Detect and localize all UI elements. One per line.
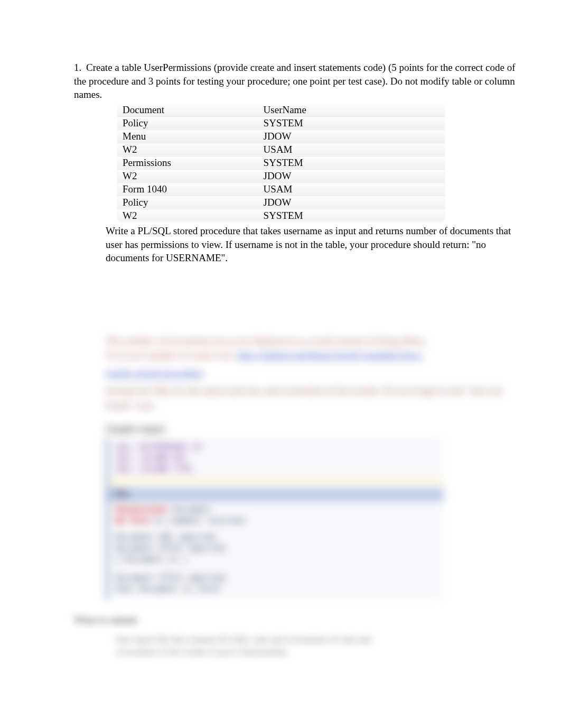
table-row: W2 JDOW xyxy=(117,169,445,182)
table-row: Form 1040 USAM xyxy=(117,182,445,196)
table-row: W2 SYSTEM xyxy=(117,209,445,222)
cell-user: JDOW xyxy=(258,130,445,143)
blurred-paragraph: The number of documents has to be displa… xyxy=(106,334,529,363)
code-divider xyxy=(108,477,444,485)
header-username: UserName xyxy=(258,104,445,117)
sample-output-heading: Sample output xyxy=(106,423,529,435)
cell-user: SYSTEM xyxy=(258,156,445,169)
user-permissions-table: Document UserName Policy SYSTEM Menu JDO… xyxy=(117,104,445,222)
cell-user: SYSTEM xyxy=(258,209,445,222)
cell-doc: Permissions xyxy=(117,156,258,169)
table-row: Policy JDOW xyxy=(117,196,445,209)
blurred-link-line2: results-stored-procedure xyxy=(106,366,529,381)
cell-user: SYSTEM xyxy=(258,116,445,130)
cell-doc: W2 xyxy=(117,209,258,222)
cell-user: USAM xyxy=(258,182,445,196)
blurred-paragraph-2: include the SQL for the report and run, … xyxy=(106,383,529,412)
what-to-submit-body: One report file that contains PL/SQL cod… xyxy=(116,633,401,659)
table-row: Menu JDOW xyxy=(117,130,445,143)
cell-doc: Menu xyxy=(117,130,258,143)
cell-doc: W2 xyxy=(117,143,258,156)
blurred-link: http://sitehost.net/blogs/stored-variabl… xyxy=(238,349,424,361)
question-post-text: Write a PL/SQL stored procedure that tak… xyxy=(106,224,529,265)
cell-doc: Policy xyxy=(117,196,258,209)
table-header-row: Document UserName xyxy=(117,104,445,117)
cell-doc: W2 xyxy=(117,169,258,182)
sample-output-code: SQL> DETERMINED ID SQL> COLUMN DOC SQL> … xyxy=(106,438,444,599)
blurred-content: The number of documents has to be displa… xyxy=(106,334,529,599)
table-row: Permissions SYSTEM xyxy=(117,156,445,169)
header-document: Document xyxy=(117,104,258,117)
cell-user: USAM xyxy=(258,143,445,156)
cell-user: JDOW xyxy=(258,169,445,182)
cell-doc: Form 1040 xyxy=(117,182,258,196)
question-intro: Create a table UserPermissions (provide … xyxy=(74,62,515,100)
question-number: 1. xyxy=(74,61,81,75)
cell-user: JDOW xyxy=(258,196,445,209)
cell-doc: Policy xyxy=(117,116,258,130)
question-block: 1. Create a table UserPermissions (provi… xyxy=(74,61,529,102)
table-row: W2 USAM xyxy=(117,143,445,156)
what-to-submit-heading: What to submit xyxy=(74,615,529,626)
table-row: Policy SYSTEM xyxy=(117,116,445,130)
code-header: Doc xyxy=(108,487,444,501)
